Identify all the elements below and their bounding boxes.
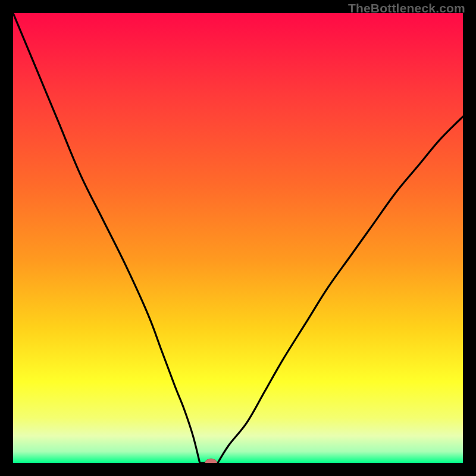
gradient-background — [13, 13, 463, 463]
chart-svg — [13, 13, 463, 463]
chart-stage: TheBottleneck.com — [0, 0, 476, 476]
chart-plot-area — [13, 13, 463, 463]
